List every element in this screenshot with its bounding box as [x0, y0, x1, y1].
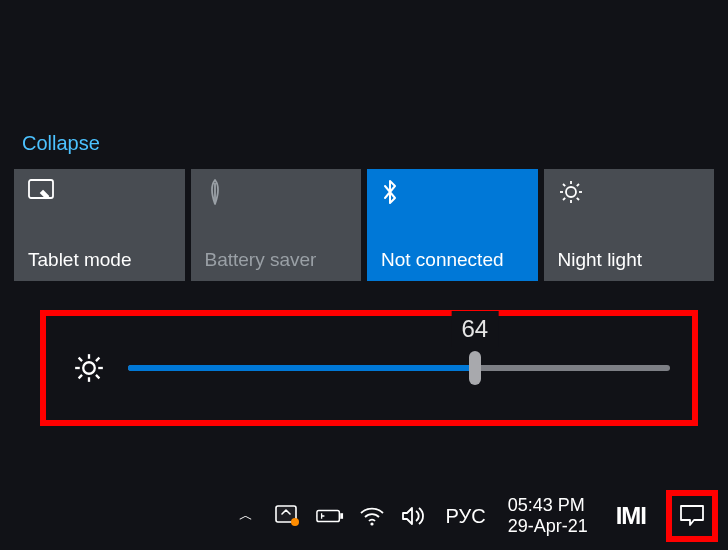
quick-action-battery-saver[interactable]: Battery saver: [191, 169, 362, 281]
action-center-button[interactable]: [676, 500, 708, 532]
brand-icon[interactable]: IMI: [616, 502, 646, 530]
svg-point-23: [291, 518, 299, 526]
tablet-mode-icon: [28, 179, 173, 201]
windows-update-icon[interactable]: [274, 502, 302, 530]
brightness-tooltip: 64: [452, 311, 499, 347]
night-light-icon: [558, 179, 703, 205]
quick-action-label: Not connected: [381, 250, 526, 271]
collapse-button[interactable]: Collapse: [22, 132, 714, 155]
quick-action-bluetooth[interactable]: Not connected: [367, 169, 538, 281]
wifi-icon[interactable]: [358, 502, 386, 530]
quick-action-label: Night light: [558, 250, 703, 271]
language-indicator[interactable]: РУС: [446, 505, 486, 528]
taskbar-date: 29-Apr-21: [508, 516, 588, 537]
svg-point-3: [566, 187, 576, 197]
svg-line-20: [96, 358, 99, 361]
brightness-slider-fill: [128, 365, 475, 371]
bluetooth-icon: [381, 179, 526, 205]
svg-point-29: [370, 522, 373, 525]
brightness-slider-thumb[interactable]: [469, 351, 481, 385]
brightness-slider[interactable]: 64: [128, 365, 670, 371]
svg-point-12: [83, 362, 95, 374]
svg-line-11: [576, 184, 578, 186]
quick-action-label: Tablet mode: [28, 250, 173, 271]
leaf-icon: [205, 179, 350, 205]
quick-action-tablet-mode[interactable]: Tablet mode: [14, 169, 185, 281]
battery-charging-icon[interactable]: [316, 502, 344, 530]
taskbar: ︿: [0, 482, 728, 550]
svg-line-8: [563, 184, 565, 186]
taskbar-clock[interactable]: 05:43 PM 29-Apr-21: [508, 495, 588, 536]
svg-line-9: [576, 198, 578, 200]
system-tray: ︿: [232, 502, 428, 530]
quick-action-label: Battery saver: [205, 250, 350, 271]
volume-icon[interactable]: [400, 502, 428, 530]
brightness-icon: [74, 353, 104, 383]
tray-overflow-chevron-icon[interactable]: ︿: [232, 502, 260, 530]
svg-line-17: [79, 358, 82, 361]
taskbar-time: 05:43 PM: [508, 495, 585, 516]
quick-action-tiles: Tablet mode Battery saver Not connected: [14, 169, 714, 281]
quick-action-night-light[interactable]: Night light: [544, 169, 715, 281]
svg-rect-25: [340, 513, 343, 519]
svg-line-18: [96, 375, 99, 378]
brightness-slider-container: 64: [40, 310, 698, 426]
svg-line-10: [563, 198, 565, 200]
highlight-box-action-center: [666, 490, 718, 542]
svg-line-19: [79, 375, 82, 378]
svg-rect-24: [316, 510, 338, 521]
action-center-panel: Collapse Tablet mode: [14, 132, 714, 281]
